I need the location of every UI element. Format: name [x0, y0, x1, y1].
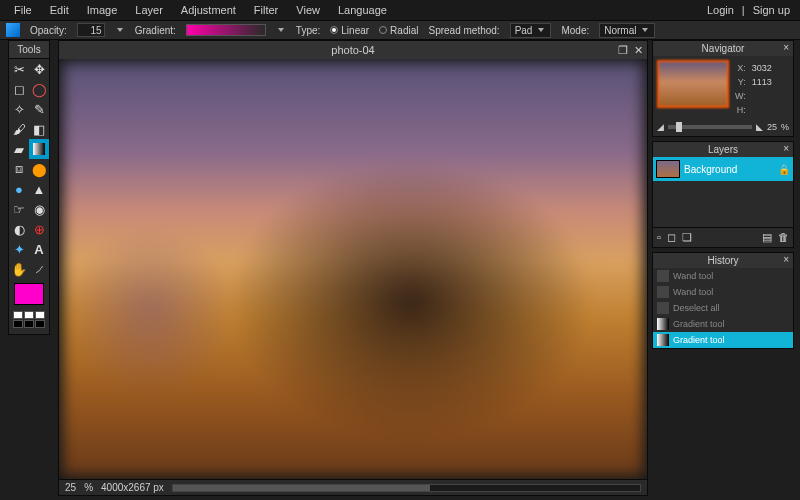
- gradient-icon: [657, 318, 669, 330]
- slider-handle[interactable]: [676, 122, 682, 132]
- layer-row[interactable]: Background 🔒: [653, 157, 793, 181]
- marquee-tool[interactable]: ◻: [9, 79, 29, 99]
- tools-panel: Tools ✂ ✥ ◻ ◯ ✧ ✎ 🖌 ◧ ▰ ⧈ ⬤ ● ▲ ☞ ◉ ◐ ⊕ …: [8, 40, 50, 335]
- menu-filter[interactable]: Filter: [246, 1, 286, 19]
- auth-links: Login | Sign up: [707, 4, 794, 16]
- type-label: Type:: [296, 25, 320, 36]
- bucket-icon: ▰: [14, 142, 24, 157]
- navigator-panel: Navigator× X:3032 Y:1113 W: H: ◢ ◣ 25: [652, 40, 794, 137]
- type-tool[interactable]: A: [29, 239, 49, 259]
- scrollbar-thumb[interactable]: [173, 485, 430, 491]
- eye-icon: ⊕: [34, 222, 45, 237]
- opacity-dropdown-icon[interactable]: [115, 25, 125, 35]
- hand-tool[interactable]: ✋: [9, 259, 29, 279]
- gradient-preview[interactable]: [186, 24, 266, 36]
- marquee-icon: ◻: [14, 82, 25, 97]
- lasso-icon: ◯: [32, 82, 47, 97]
- menu-file[interactable]: File: [6, 1, 40, 19]
- spread-select[interactable]: Pad: [510, 23, 552, 38]
- wand-tool[interactable]: ✧: [9, 99, 29, 119]
- canvas-viewport[interactable]: [59, 59, 647, 479]
- window-close-icon[interactable]: ✕: [634, 44, 643, 57]
- panel-close-icon[interactable]: ×: [783, 143, 789, 154]
- delete-layer-icon[interactable]: 🗑: [778, 231, 789, 244]
- text-icon: A: [34, 242, 43, 257]
- layer-lock-icon[interactable]: 🔒: [778, 164, 790, 175]
- layers-panel: Layers× Background 🔒 ▫ ◻ ❏ ▤ 🗑: [652, 141, 794, 248]
- lasso-tool[interactable]: ◯: [29, 79, 49, 99]
- history-item-label: Wand tool: [673, 271, 713, 281]
- pencil-icon: ✎: [34, 102, 45, 117]
- menu-layer[interactable]: Layer: [127, 1, 171, 19]
- navigator-title: Navigator×: [653, 41, 793, 56]
- nav-x-label: X:: [735, 62, 750, 74]
- eraser-tool[interactable]: ◧: [29, 119, 49, 139]
- navigator-zoom-slider[interactable]: [668, 125, 752, 129]
- sponge-icon: ◉: [34, 202, 45, 217]
- history-item[interactable]: Gradient tool: [653, 316, 793, 332]
- shapes-icon: ✦: [14, 242, 25, 257]
- spread-label: Spread method:: [428, 25, 499, 36]
- history-item[interactable]: Deselect all: [653, 300, 793, 316]
- login-link[interactable]: Login: [707, 4, 734, 16]
- navigator-thumbnail[interactable]: [657, 60, 729, 108]
- menu-image[interactable]: Image: [79, 1, 126, 19]
- sharpen-tool[interactable]: ▲: [29, 179, 49, 199]
- opacity-input[interactable]: [77, 23, 105, 37]
- smudge-tool[interactable]: ☞: [9, 199, 29, 219]
- zoom-value[interactable]: 25: [65, 482, 76, 493]
- replace-color-tool[interactable]: ⬤: [29, 159, 49, 179]
- gradient-tool[interactable]: [29, 139, 49, 159]
- dodge-tool[interactable]: ◐: [9, 219, 29, 239]
- document-statusbar: 25 % 4000x2667 px: [59, 479, 647, 495]
- layer-mask-icon[interactable]: ◻: [667, 231, 676, 244]
- spread-value: Pad: [515, 25, 533, 36]
- deselect-icon: [657, 302, 669, 314]
- document-titlebar: photo-04 ❐ ✕: [59, 41, 647, 59]
- tools-grid: ✂ ✥ ◻ ◯ ✧ ✎ 🖌 ◧ ▰ ⧈ ⬤ ● ▲ ☞ ◉ ◐ ⊕ ✦ A ✋ …: [9, 59, 49, 279]
- history-item[interactable]: Gradient tool: [653, 332, 793, 348]
- bucket-tool[interactable]: ▰: [9, 139, 29, 159]
- brush-icon: 🖌: [13, 122, 26, 137]
- history-item-label: Deselect all: [673, 303, 720, 313]
- zoom-out-icon[interactable]: ◢: [657, 122, 664, 132]
- menu-view[interactable]: View: [288, 1, 328, 19]
- foreground-color-swatch[interactable]: [14, 283, 44, 305]
- history-item[interactable]: Wand tool: [653, 268, 793, 284]
- window-maximize-icon[interactable]: ❐: [618, 44, 628, 57]
- crop-tool[interactable]: ✂: [9, 59, 29, 79]
- layer-settings-icon[interactable]: ▤: [762, 231, 772, 244]
- mode-select[interactable]: Normal: [599, 23, 655, 38]
- menu-adjustment[interactable]: Adjustment: [173, 1, 244, 19]
- nav-h-value: [752, 104, 772, 116]
- duplicate-layer-icon[interactable]: ❏: [682, 231, 692, 244]
- layer-thumbnail: [656, 160, 680, 178]
- eyedropper-tool[interactable]: ⟋: [29, 259, 49, 279]
- drawing-tool[interactable]: ✦: [9, 239, 29, 259]
- crop-icon: ✂: [14, 62, 25, 77]
- type-radial-radio[interactable]: Radial: [379, 25, 418, 36]
- radio-dot-icon: [330, 26, 338, 34]
- blur-tool[interactable]: ●: [9, 179, 29, 199]
- gradient-dropdown-icon[interactable]: [276, 25, 286, 35]
- panel-close-icon[interactable]: ×: [783, 254, 789, 265]
- clone-tool[interactable]: ⧈: [9, 159, 29, 179]
- signup-link[interactable]: Sign up: [753, 4, 790, 16]
- type-linear-radio[interactable]: Linear: [330, 25, 369, 36]
- menu-edit[interactable]: Edit: [42, 1, 77, 19]
- history-item-label: Gradient tool: [673, 335, 725, 345]
- history-item[interactable]: Wand tool: [653, 284, 793, 300]
- move-tool[interactable]: ✥: [29, 59, 49, 79]
- layer-name: Background: [684, 164, 737, 175]
- horizontal-scrollbar[interactable]: [172, 484, 641, 492]
- sponge-tool[interactable]: ◉: [29, 199, 49, 219]
- redeye-tool[interactable]: ⊕: [29, 219, 49, 239]
- brush-tool[interactable]: 🖌: [9, 119, 29, 139]
- zoom-in-icon[interactable]: ◣: [756, 122, 763, 132]
- panel-close-icon[interactable]: ×: [783, 42, 789, 53]
- pencil-tool[interactable]: ✎: [29, 99, 49, 119]
- color-swatches[interactable]: [9, 309, 49, 334]
- new-layer-icon[interactable]: ▫: [657, 231, 661, 244]
- nav-zoom-value[interactable]: 25: [767, 122, 777, 132]
- menu-language[interactable]: Language: [330, 1, 395, 19]
